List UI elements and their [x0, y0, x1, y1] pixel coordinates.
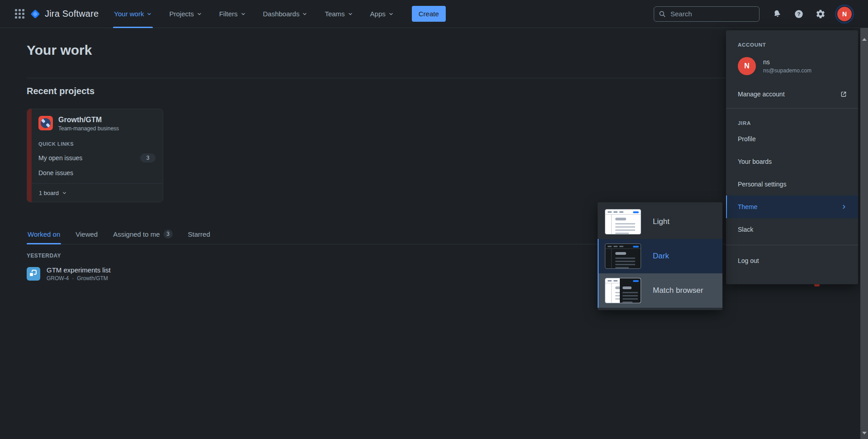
avatar: N: [738, 57, 756, 75]
nav-item-dashboards[interactable]: Dashboards: [263, 0, 308, 28]
menu-divider: [726, 108, 858, 109]
board-count-dropdown[interactable]: 1 board: [32, 183, 163, 202]
chevron-down-icon: [197, 11, 202, 17]
nav-item-projects[interactable]: Projects: [169, 0, 202, 28]
primary-nav: Your work Projects Filters Dashboards Te…: [114, 0, 393, 28]
tab-assigned-to-me[interactable]: Assigned to me 3: [112, 229, 173, 244]
menu-item-log-out[interactable]: Log out: [726, 249, 858, 272]
tab-starred[interactable]: Starred: [187, 229, 211, 244]
scroll-down-arrow-icon[interactable]: [862, 432, 867, 434]
search-box: [654, 6, 760, 22]
account-user-row: N ns ns@supademo.com: [726, 53, 858, 79]
page-title: Your work: [27, 43, 92, 58]
jira-section-header: JIRA: [726, 120, 858, 126]
user-avatar[interactable]: N: [837, 7, 852, 21]
chevron-down-icon: [146, 11, 152, 17]
theme-light-thumbnail: [605, 209, 641, 234]
chevron-down-icon: [348, 11, 353, 17]
open-issues-count-badge: 3: [140, 153, 156, 162]
recent-projects-heading: Recent projects: [27, 86, 94, 96]
svg-text:?: ?: [797, 11, 801, 17]
search-icon: [659, 10, 666, 18]
menu-item-theme[interactable]: Theme: [726, 196, 858, 218]
work-item-gtm-experiments[interactable]: GTM experiments list GROW-4 · Growth/GTM: [27, 266, 111, 282]
user-name: ns: [763, 58, 811, 66]
tab-viewed[interactable]: Viewed: [75, 229, 99, 244]
project-card-accent-stripe: [27, 109, 32, 202]
menu-item-manage-account[interactable]: Manage account: [726, 84, 858, 104]
menu-item-personal-settings[interactable]: Personal settings: [726, 173, 858, 196]
gear-icon: [816, 9, 826, 19]
menu-divider: [726, 245, 858, 245]
quick-links-label: QUICK LINKS: [38, 141, 156, 147]
project-card-growth-gtm[interactable]: Growth/GTM Team-managed business QUICK L…: [27, 109, 163, 202]
search-input[interactable]: [670, 10, 755, 18]
chevron-down-icon: [388, 11, 394, 17]
menu-item-slack[interactable]: Slack: [726, 218, 858, 241]
nav-item-your-work[interactable]: Your work: [114, 0, 152, 28]
create-button[interactable]: Create: [412, 6, 446, 22]
chevron-down-icon: [302, 11, 307, 17]
jira-logo[interactable]: Jira Software: [29, 8, 99, 20]
work-item-title[interactable]: GTM experiments list: [47, 266, 111, 274]
scroll-up-arrow-icon[interactable]: [862, 38, 867, 41]
project-icon: [38, 116, 53, 130]
notifications-button[interactable]: [769, 6, 785, 22]
nav-item-apps[interactable]: Apps: [370, 0, 394, 28]
theme-option-light[interactable]: Light: [598, 205, 722, 239]
project-type: Team-managed business: [58, 125, 119, 132]
theme-submenu: Light Dark: [598, 202, 722, 310]
tab-worked-on[interactable]: Worked on: [27, 229, 61, 244]
account-dropdown-menu: ACCOUNT N ns ns@supademo.com Manage acco…: [726, 30, 858, 284]
settings-button[interactable]: [813, 6, 828, 22]
menu-item-your-boards[interactable]: Your boards: [726, 150, 858, 173]
quick-link-done-issues[interactable]: Done issues: [38, 169, 156, 177]
app-title: Jira Software: [45, 9, 99, 19]
jira-logo-icon: [29, 8, 41, 20]
issue-project: Growth/GTM: [77, 275, 108, 282]
navbar-right-cluster: ? N: [654, 6, 852, 22]
assigned-count-badge: 3: [164, 229, 173, 239]
account-section-header: ACCOUNT: [726, 42, 858, 48]
issue-key: GROW-4: [47, 275, 69, 282]
top-navbar: Jira Software Your work Projects Filters…: [0, 0, 868, 28]
quick-link-my-open-issues[interactable]: My open issues 3: [38, 153, 156, 162]
app-grid-icon: [10, 9, 19, 19]
theme-dark-thumbnail: [605, 243, 641, 269]
question-mark-icon: ?: [794, 9, 804, 19]
nav-item-filters[interactable]: Filters: [219, 0, 246, 28]
chevron-down-icon: [62, 191, 67, 196]
chevron-right-icon: [841, 204, 847, 210]
external-link-icon: [840, 91, 847, 98]
nav-item-teams[interactable]: Teams: [325, 0, 353, 28]
theme-option-dark[interactable]: Dark: [598, 239, 722, 273]
theme-option-match-browser[interactable]: Match browser: [598, 273, 722, 308]
chevron-down-icon: [241, 11, 246, 17]
bell-icon: [772, 9, 782, 19]
project-name[interactable]: Growth/GTM: [58, 116, 119, 124]
group-label-yesterday: YESTERDAY: [27, 253, 61, 259]
help-button[interactable]: ?: [791, 6, 807, 22]
menu-item-profile[interactable]: Profile: [726, 128, 858, 150]
issue-type-icon: [27, 267, 40, 281]
theme-match-browser-thumbnail: [605, 278, 641, 303]
app-switcher-button[interactable]: [7, 6, 22, 21]
user-email: ns@supademo.com: [763, 67, 811, 74]
page-scrollbar[interactable]: [860, 28, 868, 439]
